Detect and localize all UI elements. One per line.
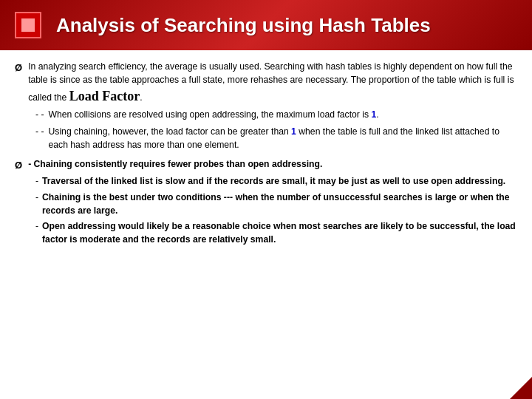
section-2: Ø - Chaining consistently requires fewer… <box>15 158 517 247</box>
highlight-1: 1 <box>371 109 376 120</box>
section-1: Ø In analyzing search efficiency, the av… <box>15 61 517 152</box>
factor-is-text: factor is <box>337 109 369 120</box>
sub-bullet-2: - - Using chaining, however, the load fa… <box>35 126 517 151</box>
load-factor-label: Load Factor <box>69 89 140 103</box>
slide: Analysis of Searching using Hash Tables … <box>0 0 532 399</box>
section-2-first-line: - Chaining consistently requires fewer p… <box>28 158 517 171</box>
section-2-line-3: - Chaining is the best under two conditi… <box>35 191 517 217</box>
section-2-line-4: - Open addressing would likely be a reas… <box>35 220 517 246</box>
section-2-bullet-row: Ø - Chaining consistently requires fewer… <box>15 158 517 173</box>
table-is-text: table is <box>28 75 57 85</box>
dash-2-2: - <box>35 191 38 205</box>
sub-dash-1: - - <box>35 109 44 122</box>
main-content: Ø In analyzing search efficiency, the av… <box>0 50 532 399</box>
slide-title: Analysis of Searching using Hash Tables <box>56 14 431 37</box>
sub-bullet-1-text: When collisions are resolved using open … <box>49 109 517 122</box>
sub-bullets-1: - - When collisions are resolved using o… <box>35 109 517 151</box>
section-2-sub-indent: - Traversal of the linked list is slow a… <box>35 175 517 246</box>
section-2-line-3-text: Chaining is the best under two condition… <box>42 191 517 217</box>
highlight-2: 1 <box>291 126 296 137</box>
section-2-line-4-text: Open addressing would likely be a reason… <box>42 220 517 246</box>
bullet-arrow-1: Ø <box>15 61 22 75</box>
dash-2-1: - <box>35 175 38 188</box>
sub-bullet-2-text: Using chaining, however, the load factor… <box>49 126 517 151</box>
section-2-line-2: - Traversal of the linked list is slow a… <box>35 175 517 188</box>
sub-dash-2: - - <box>35 126 44 139</box>
section-1-bullet-row: Ø In analyzing search efficiency, the av… <box>15 61 517 106</box>
section-2-line-2-text: Traversal of the linked list is slow and… <box>42 175 505 188</box>
dash-2-3: - <box>35 220 38 233</box>
header-icon <box>15 12 41 38</box>
header: Analysis of Searching using Hash Tables <box>0 0 532 50</box>
section-2-bold-line: - Chaining consistently requires fewer p… <box>28 159 322 169</box>
content-inner: Ø In analyzing search efficiency, the av… <box>15 61 517 247</box>
sub-bullet-1: - - When collisions are resolved using o… <box>35 109 517 122</box>
bullet-arrow-2: Ø <box>15 159 22 173</box>
section-1-text: In analyzing search efficiency, the aver… <box>28 61 517 106</box>
